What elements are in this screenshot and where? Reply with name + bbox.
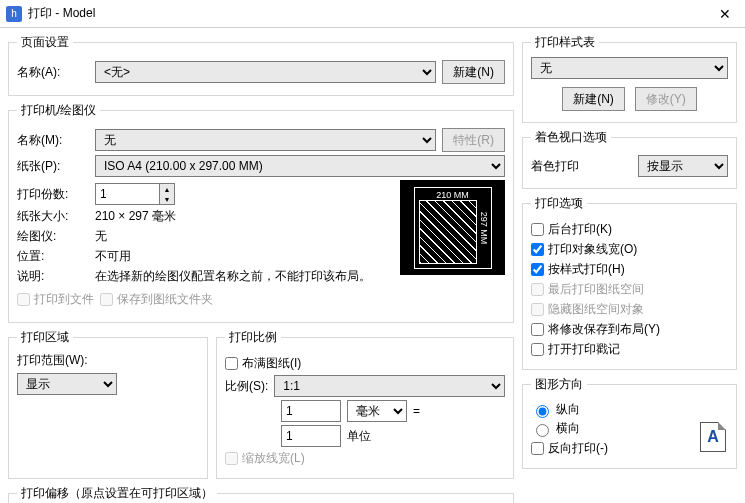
offset-group: 打印偏移（原点设置在可打印区域） X: 毫米 Y: 毫米 居中打印(C) <box>8 485 514 503</box>
shade-label: 着色打印 <box>531 158 632 175</box>
window-title: 打印 - Model <box>28 5 705 22</box>
scale-lw-check: 缩放线宽(L) <box>225 450 505 467</box>
scale-num1-input[interactable] <box>281 400 341 422</box>
style-table-group: 打印样式表 无 新建(N) 修改(Y) <box>522 34 737 123</box>
preview-hatch-icon <box>419 200 477 264</box>
save-to-folder-check: 保存到图纸文件夹 <box>100 291 213 308</box>
opt-hide-paperspace-check: 隐藏图纸空间对象 <box>531 301 728 318</box>
shade-select[interactable]: 按显示 <box>638 155 728 177</box>
range-label: 打印范围(W): <box>17 352 199 369</box>
spin-up-icon[interactable]: ▲ <box>160 184 174 194</box>
copies-spinner[interactable]: ▲▼ <box>95 183 175 205</box>
desc-label: 说明: <box>17 268 89 285</box>
location-label: 位置: <box>17 248 89 265</box>
orientation-preview-icon: A <box>700 422 726 452</box>
plotter-label: 绘图仪: <box>17 228 89 245</box>
printer-legend: 打印机/绘图仪 <box>17 102 100 119</box>
title-bar: h 打印 - Model ✕ <box>0 0 745 28</box>
viewport-group: 着色视口选项 着色打印 按显示 <box>522 129 737 189</box>
style-edit-button[interactable]: 修改(Y) <box>635 87 697 111</box>
portrait-radio[interactable]: 纵向 <box>531 401 728 418</box>
page-new-button[interactable]: 新建(N) <box>442 60 505 84</box>
style-new-button[interactable]: 新建(N) <box>562 87 625 111</box>
app-icon: h <box>6 6 22 22</box>
print-to-file-check: 打印到文件 <box>17 291 94 308</box>
copies-input[interactable] <box>95 183 159 205</box>
styles-legend: 打印样式表 <box>531 34 599 51</box>
style-select[interactable]: 无 <box>531 57 728 79</box>
print-options-group: 打印选项 后台打印(K) 打印对象线宽(O) 按样式打印(H) 最后打印图纸空间… <box>522 195 737 370</box>
copies-label: 打印份数: <box>17 186 89 203</box>
ratio-label: 比例(S): <box>225 378 268 395</box>
printer-group: 打印机/绘图仪 名称(M): 无 特性(R) 纸张(P): ISO A4 (21… <box>8 102 514 323</box>
opt-style-check[interactable]: 按样式打印(H) <box>531 261 728 278</box>
spin-down-icon[interactable]: ▼ <box>160 194 174 204</box>
print-scale-group: 打印比例 布满图纸(I) 比例(S): 1:1 毫米 = 单位 缩放线宽(L) <box>216 329 514 479</box>
scale-legend: 打印比例 <box>225 329 281 346</box>
opt-stamp-check[interactable]: 打开打印戳记 <box>531 341 728 358</box>
properties-button[interactable]: 特性(R) <box>442 128 505 152</box>
unit-label: 单位 <box>347 428 371 445</box>
unit-select[interactable]: 毫米 <box>347 400 407 422</box>
printer-name-label: 名称(M): <box>17 132 89 149</box>
location-value: 不可用 <box>95 248 131 265</box>
opt-paperspace-last-check: 最后打印图纸空间 <box>531 281 728 298</box>
preview-height-label: 297 MM <box>479 211 489 244</box>
preview-width-label: 210 MM <box>436 190 469 200</box>
close-icon[interactable]: ✕ <box>705 0 745 27</box>
offset-legend: 打印偏移（原点设置在可打印区域） <box>17 485 217 502</box>
ratio-select[interactable]: 1:1 <box>274 375 505 397</box>
viewport-legend: 着色视口选项 <box>531 129 611 146</box>
page-setup-group: 页面设置 名称(A): <无> 新建(N) <box>8 34 514 96</box>
print-area-group: 打印区域 打印范围(W): 显示 <box>8 329 208 479</box>
orientation-group: 图形方向 纵向 横向 反向打印(-) A <box>522 376 737 469</box>
orient-legend: 图形方向 <box>531 376 587 393</box>
fit-paper-check[interactable]: 布满图纸(I) <box>225 355 505 372</box>
paper-label: 纸张(P): <box>17 158 89 175</box>
range-select[interactable]: 显示 <box>17 373 117 395</box>
page-setup-legend: 页面设置 <box>17 34 73 51</box>
scale-num2-input[interactable] <box>281 425 341 447</box>
reverse-print-check[interactable]: 反向打印(-) <box>531 440 728 457</box>
options-legend: 打印选项 <box>531 195 587 212</box>
opt-lineweight-check[interactable]: 打印对象线宽(O) <box>531 241 728 258</box>
printer-name-select[interactable]: 无 <box>95 129 436 151</box>
area-legend: 打印区域 <box>17 329 73 346</box>
paper-size-value: 210 × 297 毫米 <box>95 208 176 225</box>
page-name-label: 名称(A): <box>17 64 89 81</box>
paper-select[interactable]: ISO A4 (210.00 x 297.00 MM) <box>95 155 505 177</box>
plotter-value: 无 <box>95 228 107 245</box>
equals-label: = <box>413 404 420 418</box>
landscape-radio[interactable]: 横向 <box>531 420 728 437</box>
page-name-select[interactable]: <无> <box>95 61 436 83</box>
paper-preview: 210 MM 297 MM <box>400 180 505 275</box>
paper-size-label: 纸张大小: <box>17 208 89 225</box>
desc-value: 在选择新的绘图仪配置名称之前，不能打印该布局。 <box>95 268 392 285</box>
opt-background-check[interactable]: 后台打印(K) <box>531 221 728 238</box>
opt-save-layout-check[interactable]: 将修改保存到布局(Y) <box>531 321 728 338</box>
